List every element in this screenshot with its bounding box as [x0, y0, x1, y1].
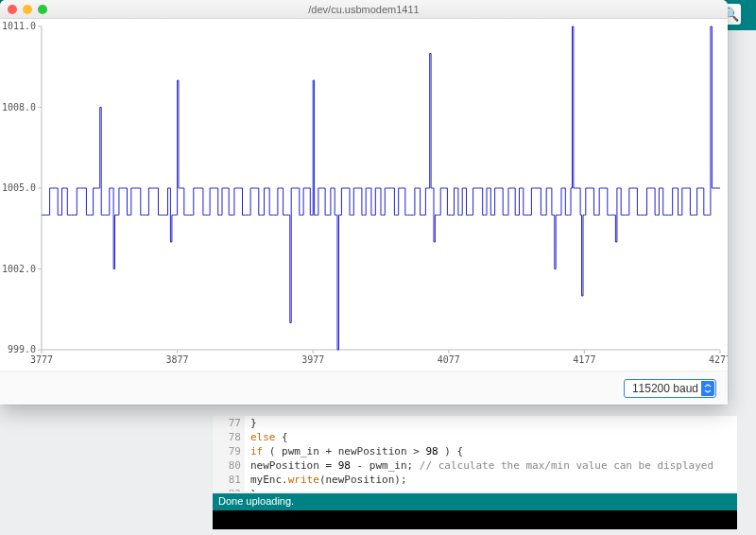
window-controls[interactable]: [8, 5, 47, 14]
zoom-icon[interactable]: [38, 5, 47, 14]
code-editor[interactable]: 777879808182 } else { if ( pwm_in + newP…: [213, 416, 737, 492]
close-icon[interactable]: [8, 5, 17, 14]
status-text: Done uploading.: [218, 495, 294, 507]
code-lines: } else { if ( pwm_in + newPosition > 98 …: [250, 416, 737, 492]
chevron-down-icon: [701, 381, 714, 396]
serial-plotter-window: /dev/cu.usbmodem1411 999.01002.01005.010…: [0, 0, 728, 405]
minimize-icon[interactable]: [23, 5, 32, 14]
svg-text:1002.0: 1002.0: [2, 264, 36, 274]
svg-text:4177: 4177: [573, 354, 595, 365]
plotter-footer: 115200 baud: [0, 371, 728, 405]
svg-text:1011.0: 1011.0: [2, 21, 36, 31]
line-chart: 999.01002.01005.01008.01011.037773877397…: [0, 19, 728, 371]
line-number-gutter: 777879808182: [213, 416, 245, 492]
svg-text:1005.0: 1005.0: [2, 182, 36, 193]
console-output[interactable]: [213, 510, 737, 529]
plot-area: 999.01002.01005.01008.01011.037773877397…: [0, 19, 728, 371]
baud-rate-select[interactable]: 115200 baud: [624, 379, 716, 398]
window-titlebar[interactable]: /dev/cu.usbmodem1411: [0, 0, 728, 19]
svg-text:3777: 3777: [30, 354, 53, 365]
window-title: /dev/cu.usbmodem1411: [308, 4, 419, 15]
svg-text:3977: 3977: [301, 354, 324, 365]
svg-text:3877: 3877: [166, 354, 189, 365]
baud-rate-value: 115200 baud: [632, 382, 698, 395]
svg-text:4077: 4077: [438, 354, 460, 365]
svg-text:4277: 4277: [709, 354, 728, 365]
status-bar: Done uploading.: [213, 493, 737, 510]
svg-text:999.0: 999.0: [8, 344, 36, 354]
svg-text:1008.0: 1008.0: [2, 102, 36, 112]
